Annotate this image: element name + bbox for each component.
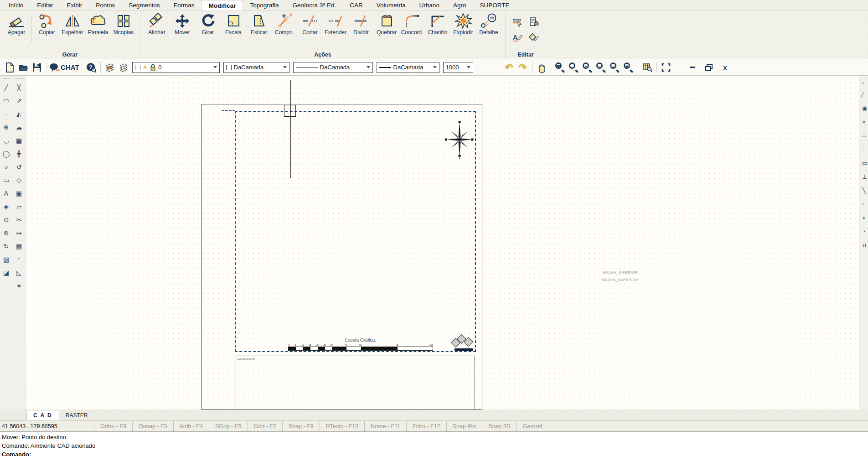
table-search-button[interactable] <box>641 61 654 74</box>
ribbon-item-copiar[interactable]: Copiar <box>34 13 60 36</box>
osnap-icon[interactable]: ◔ <box>859 228 868 242</box>
circle-tool[interactable]: ◯ <box>1 147 12 160</box>
status-toggle[interactable]: SGrip - F5 <box>209 421 248 431</box>
ribbon-item-explodir[interactable]: Explodir <box>450 13 476 36</box>
linetype-select[interactable]: DaCamada <box>293 62 373 73</box>
document-tab[interactable]: C A D <box>26 410 59 420</box>
ribbon-item-apagar[interactable]: Apagar <box>4 13 29 36</box>
zoom-out-button[interactable]: − <box>594 61 608 74</box>
zoom-window-button[interactable]: ▤ <box>553 61 567 74</box>
scale-select[interactable]: 1000 <box>443 62 473 73</box>
ribbon-item-alinhar[interactable]: Alinhar <box>144 13 170 36</box>
layer-label-malha-inferior[interactable]: MALHA_INFERIOR <box>603 270 638 275</box>
ribbon-item-quebrar[interactable]: Quebrar <box>374 13 399 36</box>
ribbon-item-espelhar[interactable]: Espelhar <box>60 13 85 36</box>
undo-button[interactable]: ↶ <box>502 61 516 74</box>
status-toggle[interactable]: RTexto - F10 <box>320 421 364 431</box>
text-tool[interactable]: A <box>1 187 12 200</box>
mcopias-tool[interactable]: ▦ <box>14 134 25 147</box>
layer-select[interactable]: ☀ 0 <box>132 62 220 73</box>
new-file-button[interactable] <box>3 61 16 74</box>
menu-tab[interactable]: Modificar <box>201 0 243 10</box>
menu-tab[interactable]: CAR <box>343 0 370 10</box>
apagar-tool[interactable]: ╳ <box>14 81 25 94</box>
curve-tool[interactable]: ◡ <box>1 134 12 147</box>
osnap-icon[interactable]: ∕ <box>859 91 868 105</box>
ribbon-item-chanfro[interactable]: Chanfro <box>425 13 450 36</box>
copiar-tool[interactable]: ⇗ <box>14 94 25 107</box>
layer-label-malha-superior[interactable]: MALHA_SUPERIOR <box>602 278 639 282</box>
esticar-tool[interactable]: ▱ <box>14 200 25 213</box>
ribbon-item-propriedades[interactable] <box>511 15 524 29</box>
color-select[interactable]: DaCamada <box>223 62 289 73</box>
estender-tool[interactable]: ↦ <box>14 226 25 239</box>
line-tool[interactable]: ╱ <box>1 81 12 94</box>
solid-fill-tool[interactable]: ◪ <box>1 266 12 279</box>
block-update-tool[interactable]: ↻ <box>1 239 12 253</box>
osnap-icon[interactable]: ∴ <box>859 132 868 146</box>
layer-manager-button[interactable] <box>103 61 117 74</box>
zoom-in-button[interactable]: + <box>581 61 594 74</box>
osnap-icon[interactable]: ◖ <box>859 214 868 228</box>
ribbon-item-cortar[interactable]: Cortar <box>297 13 323 36</box>
status-toggle[interactable]: Filtro - F12 <box>406 421 446 431</box>
drawing-canvas[interactable]: LOCALIZAÇÃO MALHA_INFERIOR MA <box>26 76 859 409</box>
menu-tab[interactable]: Formas <box>167 0 202 10</box>
north-arrow-entity[interactable] <box>444 120 475 159</box>
menu-tab[interactable]: Topografia <box>243 0 285 10</box>
menu-tab[interactable]: Volumetria <box>370 0 413 10</box>
layer-list-button[interactable] <box>117 61 130 74</box>
selected-frame-entity[interactable] <box>235 111 476 352</box>
rectangle-tool[interactable]: ▭ <box>1 173 12 187</box>
hatch-tool[interactable]: ▨ <box>1 253 12 266</box>
ribbon-item-dividir[interactable]: Dividir <box>348 13 374 36</box>
menu-tab[interactable]: Pontos <box>89 0 122 10</box>
osnap-icon[interactable]: ◦ <box>859 201 868 214</box>
concord-tool[interactable]: ◜ <box>14 253 25 266</box>
help-button[interactable]: ? <box>84 61 98 74</box>
ribbon-item-editar-texto[interactable]: A <box>511 31 524 44</box>
title-block-entity[interactable] <box>236 356 475 409</box>
menu-tab[interactable]: Editar <box>30 0 60 10</box>
cortar-tool[interactable]: ✂ <box>14 213 25 226</box>
quebrar-tool[interactable]: ▤ <box>14 239 25 253</box>
ribbon-item-girar[interactable]: Girar <box>195 13 221 36</box>
status-toggle[interactable]: Nome - F11 <box>364 421 406 431</box>
ribbon-item-compri[interactable]: Compri. <box>272 13 297 36</box>
point-style-tool[interactable]: ⊕ <box>1 120 12 134</box>
ribbon-item-editar-atributo[interactable] <box>527 31 541 44</box>
tag-tool[interactable]: ◈ <box>1 200 12 213</box>
status-toggle[interactable]: Georref. <box>517 421 550 431</box>
status-toggle[interactable]: Snap 3D <box>482 421 517 431</box>
block-tool[interactable]: ⊙ <box>1 213 12 226</box>
document-tab[interactable]: RASTER <box>59 410 94 420</box>
close-button[interactable]: x <box>718 61 732 74</box>
osnap-icon[interactable]: ⊥ <box>859 173 868 187</box>
paralela-tool[interactable]: ☁ <box>14 120 25 134</box>
restore-button[interactable] <box>702 61 716 74</box>
ellipse-tool[interactable]: ○ <box>1 160 12 173</box>
explodir-tool[interactable]: ✶ <box>14 279 25 292</box>
escala-tool[interactable]: ▣ <box>14 187 25 200</box>
menu-tab[interactable]: Exibir <box>60 0 89 10</box>
ribbon-item-esticar[interactable]: Esticar <box>246 13 272 36</box>
status-toggle[interactable]: Ortho - F8 <box>94 421 132 431</box>
ribbon-item-estender[interactable]: Estender <box>323 13 348 36</box>
zoom-layer-button[interactable]: ≡ <box>608 61 622 74</box>
status-toggle[interactable]: Snap Pto <box>446 421 482 431</box>
redo-button[interactable]: ↷ <box>516 61 530 74</box>
status-toggle[interactable]: Atrib - F4 <box>173 421 209 431</box>
status-toggle[interactable]: Osnap - F3 <box>132 421 173 431</box>
chanfro-tool[interactable]: ◺ <box>14 266 25 279</box>
alinhar-tool[interactable]: ◇ <box>14 173 25 187</box>
girar-tool[interactable]: ↺ <box>14 160 25 173</box>
zoom-extents-button[interactable]: ◌ <box>567 61 581 74</box>
osnap-icon[interactable]: ◞ <box>859 78 868 91</box>
chat-button[interactable]: CHAT <box>49 61 79 74</box>
osnap-icon[interactable]: ▭ <box>859 160 868 173</box>
mover-tool[interactable]: ╋ <box>14 147 25 160</box>
menu-tab[interactable]: GeoIncra 3ª Ed. <box>285 0 343 10</box>
ribbon-item-carimbo[interactable] <box>527 15 541 29</box>
menu-tab[interactable]: Urbano <box>413 0 446 10</box>
menu-tab[interactable]: Segmentos <box>122 0 166 10</box>
